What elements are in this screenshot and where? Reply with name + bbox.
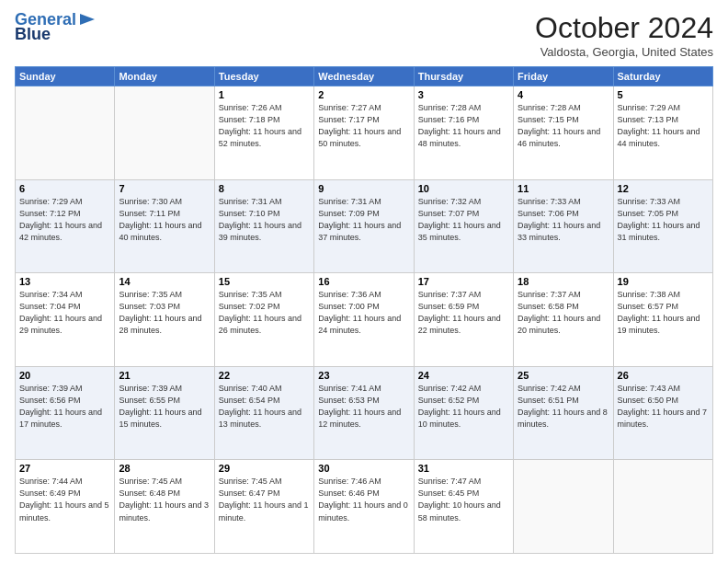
day-info: Sunrise: 7:28 AMSunset: 7:15 PMDaylight:… — [518, 102, 609, 150]
page: General Blue October 2024 Valdosta, Geor… — [0, 0, 728, 563]
calendar-week-row: 20Sunrise: 7:39 AMSunset: 6:56 PMDayligh… — [16, 366, 713, 460]
calendar-cell: 3Sunrise: 7:28 AMSunset: 7:16 PMDaylight… — [414, 86, 513, 180]
day-info: Sunrise: 7:34 AMSunset: 7:04 PMDaylight:… — [19, 289, 110, 337]
day-info: Sunrise: 7:41 AMSunset: 6:53 PMDaylight:… — [318, 383, 409, 431]
day-number: 1 — [219, 89, 310, 100]
day-info: Sunrise: 7:40 AMSunset: 6:54 PMDaylight:… — [219, 383, 310, 431]
calendar-cell: 1Sunrise: 7:26 AMSunset: 7:18 PMDaylight… — [214, 86, 313, 180]
day-info: Sunrise: 7:27 AMSunset: 7:17 PMDaylight:… — [318, 102, 409, 150]
day-info: Sunrise: 7:42 AMSunset: 6:52 PMDaylight:… — [418, 383, 509, 431]
day-info: Sunrise: 7:43 AMSunset: 6:50 PMDaylight:… — [618, 383, 709, 431]
calendar-cell — [115, 86, 214, 180]
day-number: 9 — [318, 183, 409, 194]
day-info: Sunrise: 7:29 AMSunset: 7:12 PMDaylight:… — [19, 196, 110, 244]
calendar-week-row: 27Sunrise: 7:44 AMSunset: 6:49 PMDayligh… — [16, 460, 713, 554]
svg-marker-0 — [80, 14, 95, 25]
calendar-cell: 23Sunrise: 7:41 AMSunset: 6:53 PMDayligh… — [314, 366, 414, 460]
day-number: 31 — [418, 463, 509, 474]
day-number: 30 — [318, 463, 409, 474]
calendar-cell: 28Sunrise: 7:45 AMSunset: 6:48 PMDayligh… — [115, 460, 214, 554]
calendar-table: SundayMondayTuesdayWednesdayThursdayFrid… — [15, 66, 713, 554]
day-number: 18 — [518, 276, 609, 287]
day-number: 3 — [418, 89, 509, 100]
calendar-cell: 19Sunrise: 7:38 AMSunset: 6:57 PMDayligh… — [613, 273, 712, 367]
calendar-cell: 21Sunrise: 7:39 AMSunset: 6:55 PMDayligh… — [115, 366, 214, 460]
calendar-cell: 11Sunrise: 7:33 AMSunset: 7:06 PMDayligh… — [514, 179, 613, 273]
day-info: Sunrise: 7:36 AMSunset: 7:00 PMDaylight:… — [318, 289, 409, 337]
day-number: 28 — [119, 463, 210, 474]
calendar-cell: 20Sunrise: 7:39 AMSunset: 6:56 PMDayligh… — [16, 366, 115, 460]
day-number: 21 — [119, 370, 210, 381]
day-info: Sunrise: 7:45 AMSunset: 6:47 PMDaylight:… — [219, 476, 310, 523]
calendar-header-row: SundayMondayTuesdayWednesdayThursdayFrid… — [16, 67, 713, 86]
weekday-header: Friday — [514, 67, 613, 86]
day-number: 15 — [219, 276, 310, 287]
day-number: 12 — [618, 183, 709, 194]
day-number: 4 — [518, 89, 609, 100]
day-number: 19 — [618, 276, 709, 287]
day-info: Sunrise: 7:32 AMSunset: 7:07 PMDaylight:… — [418, 196, 509, 244]
logo: General Blue — [15, 11, 97, 44]
weekday-header: Saturday — [613, 67, 712, 86]
calendar-cell: 6Sunrise: 7:29 AMSunset: 7:12 PMDaylight… — [16, 179, 115, 273]
header: General Blue October 2024 Valdosta, Geor… — [15, 11, 713, 59]
day-info: Sunrise: 7:44 AMSunset: 6:49 PMDaylight:… — [19, 476, 110, 523]
weekday-header: Thursday — [414, 67, 513, 86]
day-number: 14 — [119, 276, 210, 287]
day-info: Sunrise: 7:39 AMSunset: 6:55 PMDaylight:… — [119, 383, 210, 431]
calendar-cell: 17Sunrise: 7:37 AMSunset: 6:59 PMDayligh… — [414, 273, 513, 367]
day-info: Sunrise: 7:29 AMSunset: 7:13 PMDaylight:… — [618, 102, 709, 150]
calendar-cell: 22Sunrise: 7:40 AMSunset: 6:54 PMDayligh… — [214, 366, 313, 460]
calendar-cell: 5Sunrise: 7:29 AMSunset: 7:13 PMDaylight… — [613, 86, 712, 180]
calendar-cell: 14Sunrise: 7:35 AMSunset: 7:03 PMDayligh… — [115, 273, 214, 367]
day-info: Sunrise: 7:33 AMSunset: 7:06 PMDaylight:… — [518, 196, 609, 244]
calendar-cell: 31Sunrise: 7:47 AMSunset: 6:45 PMDayligh… — [414, 460, 513, 554]
calendar-cell: 8Sunrise: 7:31 AMSunset: 7:10 PMDaylight… — [214, 179, 313, 273]
calendar-cell: 13Sunrise: 7:34 AMSunset: 7:04 PMDayligh… — [16, 273, 115, 367]
calendar-cell: 10Sunrise: 7:32 AMSunset: 7:07 PMDayligh… — [414, 179, 513, 273]
calendar-week-row: 1Sunrise: 7:26 AMSunset: 7:18 PMDaylight… — [16, 86, 713, 180]
calendar-cell: 9Sunrise: 7:31 AMSunset: 7:09 PMDaylight… — [314, 179, 414, 273]
calendar-cell: 7Sunrise: 7:30 AMSunset: 7:11 PMDaylight… — [115, 179, 214, 273]
day-info: Sunrise: 7:35 AMSunset: 7:03 PMDaylight:… — [119, 289, 210, 337]
day-info: Sunrise: 7:30 AMSunset: 7:11 PMDaylight:… — [119, 196, 210, 244]
day-number: 20 — [19, 370, 110, 381]
day-number: 7 — [119, 183, 210, 194]
location: Valdosta, Georgia, United States — [535, 45, 713, 59]
calendar-cell: 12Sunrise: 7:33 AMSunset: 7:05 PMDayligh… — [613, 179, 712, 273]
weekday-header: Monday — [115, 67, 214, 86]
day-info: Sunrise: 7:47 AMSunset: 6:45 PMDaylight:… — [418, 476, 509, 523]
calendar-cell: 30Sunrise: 7:46 AMSunset: 6:46 PMDayligh… — [314, 460, 414, 554]
day-info: Sunrise: 7:31 AMSunset: 7:10 PMDaylight:… — [219, 196, 310, 244]
calendar-cell — [514, 460, 613, 554]
calendar-cell: 26Sunrise: 7:43 AMSunset: 6:50 PMDayligh… — [613, 366, 712, 460]
calendar-cell: 2Sunrise: 7:27 AMSunset: 7:17 PMDaylight… — [314, 86, 414, 180]
day-info: Sunrise: 7:38 AMSunset: 6:57 PMDaylight:… — [618, 289, 709, 337]
day-number: 8 — [219, 183, 310, 194]
day-info: Sunrise: 7:42 AMSunset: 6:51 PMDaylight:… — [518, 383, 609, 431]
day-info: Sunrise: 7:39 AMSunset: 6:56 PMDaylight:… — [19, 383, 110, 431]
calendar-week-row: 13Sunrise: 7:34 AMSunset: 7:04 PMDayligh… — [16, 273, 713, 367]
title-block: October 2024 Valdosta, Georgia, United S… — [535, 11, 713, 59]
calendar-cell: 16Sunrise: 7:36 AMSunset: 7:00 PMDayligh… — [314, 273, 414, 367]
day-info: Sunrise: 7:33 AMSunset: 7:05 PMDaylight:… — [618, 196, 709, 244]
day-number: 10 — [418, 183, 509, 194]
calendar-week-row: 6Sunrise: 7:29 AMSunset: 7:12 PMDaylight… — [16, 179, 713, 273]
calendar-cell — [613, 460, 712, 554]
day-number: 11 — [518, 183, 609, 194]
day-info: Sunrise: 7:28 AMSunset: 7:16 PMDaylight:… — [418, 102, 509, 150]
logo-blue: Blue — [15, 26, 51, 44]
day-info: Sunrise: 7:46 AMSunset: 6:46 PMDaylight:… — [318, 476, 409, 523]
weekday-header: Tuesday — [214, 67, 313, 86]
day-number: 29 — [219, 463, 310, 474]
day-number: 25 — [518, 370, 609, 381]
day-number: 24 — [418, 370, 509, 381]
calendar-cell: 29Sunrise: 7:45 AMSunset: 6:47 PMDayligh… — [214, 460, 313, 554]
day-info: Sunrise: 7:37 AMSunset: 6:59 PMDaylight:… — [418, 289, 509, 337]
calendar-cell: 24Sunrise: 7:42 AMSunset: 6:52 PMDayligh… — [414, 366, 513, 460]
calendar-cell: 15Sunrise: 7:35 AMSunset: 7:02 PMDayligh… — [214, 273, 313, 367]
calendar-cell: 4Sunrise: 7:28 AMSunset: 7:15 PMDaylight… — [514, 86, 613, 180]
day-number: 2 — [318, 89, 409, 100]
month-title: October 2024 — [535, 11, 713, 45]
day-info: Sunrise: 7:45 AMSunset: 6:48 PMDaylight:… — [119, 476, 210, 523]
